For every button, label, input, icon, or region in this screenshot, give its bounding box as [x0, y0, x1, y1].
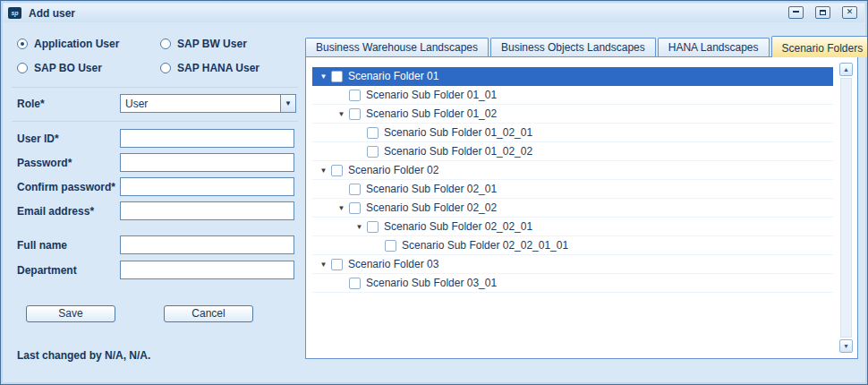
tree-row[interactable]: ▼Scenario Folder 03	[312, 255, 833, 274]
tree-row[interactable]: Scenario Sub Folder 01_02_01	[312, 124, 833, 142]
checkbox[interactable]	[331, 165, 343, 176]
checkbox[interactable]	[367, 146, 379, 158]
expander-down-icon[interactable]: ▼	[334, 110, 349, 118]
arrow-up-icon: ▲	[843, 66, 849, 73]
department-label: Department	[17, 264, 77, 277]
role-selected-value: User	[121, 98, 280, 110]
checkbox[interactable]	[385, 240, 396, 252]
user-id-input[interactable]	[120, 129, 294, 148]
tree-row[interactable]: ▼Scenario Sub Folder 02_02	[312, 199, 833, 218]
radio-sap-hana-user[interactable]: SAP HANA User	[160, 62, 299, 74]
window-title: Add user	[29, 7, 75, 20]
checkbox[interactable]	[331, 71, 343, 82]
full-name-input[interactable]	[120, 235, 294, 254]
tree-item-label: Scenario Sub Folder 02_02_01_01	[402, 239, 568, 252]
tree-row[interactable]: Scenario Sub Folder 03_01	[312, 274, 833, 293]
tree-row[interactable]: Scenario Sub Folder 02_02_01_01	[312, 236, 833, 255]
checkbox[interactable]	[349, 184, 361, 195]
full-name-label: Full name	[17, 239, 67, 252]
email-field-row: Email address*	[17, 201, 296, 220]
chevron-down-icon[interactable]: ▼	[280, 95, 295, 112]
role-field-row: Role* User ▼	[17, 94, 296, 113]
scenario-folders-panel: ▼Scenario Folder 01Scenario Sub Folder 0…	[305, 56, 858, 359]
role-label: Role*	[17, 98, 45, 110]
role-select[interactable]: User ▼	[120, 94, 296, 113]
landscape-tabs: Business Warehouse LandscapesBusiness Ob…	[305, 35, 868, 56]
user-type-radio-group: Application UserSAP BW UserSAP BO UserSA…	[17, 38, 299, 74]
password-field-row: Password*	[17, 153, 296, 172]
tree-item-label: Scenario Sub Folder 01_01	[366, 89, 497, 101]
tree-item-label: Scenario Sub Folder 02_01	[366, 183, 497, 195]
scroll-up-button[interactable]: ▲	[839, 63, 853, 76]
vertical-scrollbar: ▲ ▼	[839, 63, 853, 353]
tree-row[interactable]: ▼Scenario Folder 02	[312, 161, 833, 180]
tab-scenario-folders[interactable]: Scenario Folders	[771, 36, 868, 57]
tree-row[interactable]: ▼Scenario Sub Folder 01_02	[312, 105, 833, 124]
radio-label: Application User	[34, 38, 119, 50]
app-icon: sp	[8, 7, 21, 19]
arrow-down-icon: ▼	[843, 343, 849, 349]
checkbox[interactable]	[331, 259, 343, 270]
tree-item-label: Scenario Sub Folder 01_02_02	[384, 145, 532, 158]
user-id-label: User ID*	[17, 133, 59, 145]
save-button[interactable]: Save	[26, 305, 115, 322]
radio-label: SAP BW User	[177, 38, 247, 50]
tab-hana-landscapes[interactable]: HANA Landscapes	[658, 38, 770, 56]
confirm-password-input[interactable]	[120, 177, 294, 196]
scroll-down-button[interactable]: ▼	[839, 339, 853, 353]
close-button[interactable]: ✕	[842, 6, 857, 19]
expander-down-icon[interactable]: ▼	[316, 167, 331, 175]
email-label: Email address*	[17, 205, 94, 218]
password-input[interactable]	[120, 153, 294, 172]
tree-item-label: Scenario Sub Folder 02_02	[366, 201, 497, 214]
checkbox[interactable]	[367, 127, 379, 139]
tree-row[interactable]: ▼Scenario Sub Folder 02_02_01	[312, 218, 833, 236]
minimize-icon	[793, 11, 799, 13]
checkbox[interactable]	[349, 90, 361, 101]
full-name-field-row: Full name	[17, 235, 296, 254]
confirm-password-field-row: Confirm password*	[17, 177, 296, 196]
tree-item-label: Scenario Sub Folder 01_02_01	[384, 126, 532, 139]
last-changed-text: Last changed by N/A, N/A.	[17, 349, 150, 362]
radio-label: SAP HANA User	[177, 62, 260, 74]
scenario-folder-tree: ▼Scenario Folder 01Scenario Sub Folder 0…	[312, 67, 833, 293]
expander-down-icon[interactable]: ▼	[316, 261, 331, 269]
minimize-button[interactable]	[788, 6, 804, 19]
expander-down-icon[interactable]: ▼	[316, 73, 331, 81]
expander-down-icon[interactable]: ▼	[334, 204, 349, 212]
scrollbar-track[interactable]	[840, 78, 852, 338]
user-id-field-row: User ID*	[17, 129, 296, 148]
checkbox[interactable]	[349, 108, 361, 120]
checkbox[interactable]	[349, 202, 361, 214]
tree-item-label: Scenario Folder 01	[348, 70, 438, 82]
maximize-button[interactable]	[815, 6, 830, 19]
expander-down-icon[interactable]: ▼	[352, 223, 367, 231]
radio-icon	[160, 63, 171, 73]
radio-sap-bo-user[interactable]: SAP BO User	[17, 62, 160, 74]
titlebar[interactable]: sp Add user ✕	[4, 4, 864, 22]
tree-item-label: Scenario Sub Folder 01_02	[366, 107, 497, 120]
checkbox[interactable]	[367, 221, 379, 233]
email-input[interactable]	[120, 201, 294, 220]
department-input[interactable]	[120, 261, 294, 279]
radio-sap-bw-user[interactable]: SAP BW User	[160, 38, 299, 50]
confirm-password-label: Confirm password*	[17, 181, 115, 193]
department-field-row: Department	[17, 261, 296, 279]
tree-item-label: Scenario Sub Folder 03_01	[366, 277, 497, 289]
cancel-button[interactable]: Cancel	[164, 305, 253, 322]
radio-application-user[interactable]: Application User	[17, 38, 160, 50]
checkbox[interactable]	[349, 278, 361, 289]
tab-business-objects-landscapes[interactable]: Business Objects Landscapes	[490, 38, 656, 56]
tree-row[interactable]: Scenario Sub Folder 02_01	[312, 180, 833, 199]
tree-row[interactable]: Scenario Sub Folder 01_02_02	[312, 142, 833, 161]
divider	[12, 87, 298, 88]
tree-row[interactable]: Scenario Sub Folder 01_01	[312, 86, 833, 105]
tree-item-label: Scenario Folder 03	[348, 258, 438, 270]
radio-label: SAP BO User	[34, 62, 102, 74]
tree-row[interactable]: ▼Scenario Folder 01	[312, 67, 833, 86]
maximize-icon	[820, 10, 826, 15]
radio-icon	[17, 38, 28, 49]
window-controls: ✕	[788, 6, 857, 19]
password-label: Password*	[17, 157, 72, 169]
tab-business-warehouse-landscapes[interactable]: Business Warehouse Landscapes	[305, 38, 489, 56]
